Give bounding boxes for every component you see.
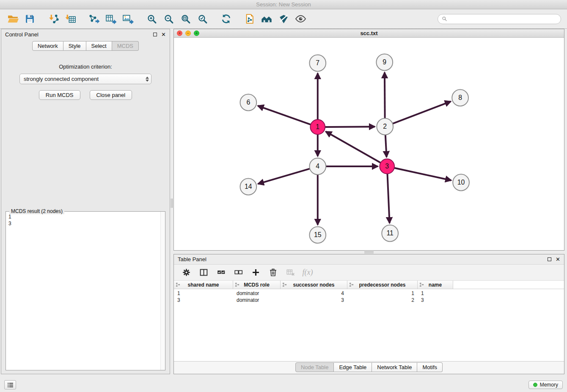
export-network-button[interactable] bbox=[87, 12, 101, 26]
node-15[interactable]: 15 bbox=[309, 227, 326, 243]
node-10[interactable]: 10 bbox=[453, 174, 469, 191]
run-mcds-button[interactable]: Run MCDS bbox=[39, 90, 80, 100]
export-table-icon bbox=[105, 14, 117, 24]
result-scrollbar[interactable] bbox=[160, 212, 165, 370]
column-header-name[interactable]: name bbox=[418, 281, 453, 289]
close-panel-button[interactable]: Close panel bbox=[90, 90, 132, 100]
panel-selector-button[interactable] bbox=[4, 380, 16, 389]
search-input[interactable] bbox=[449, 16, 557, 22]
tab-style[interactable]: Style bbox=[63, 41, 86, 51]
manage-networks-icon bbox=[244, 14, 256, 24]
apply-layout-button[interactable] bbox=[219, 12, 233, 26]
search-icon bbox=[442, 16, 447, 22]
zoom-out-button[interactable] bbox=[162, 12, 175, 26]
tab-network[interactable]: Network bbox=[32, 41, 63, 51]
network-canvas[interactable]: 7968124314101511 bbox=[174, 38, 564, 250]
tab-mcds[interactable]: MCDS bbox=[112, 41, 139, 51]
memory-button[interactable]: Memory bbox=[528, 381, 563, 389]
toolbar-group bbox=[243, 12, 307, 26]
window-minimize-button[interactable]: − bbox=[185, 30, 191, 36]
edge-2-3[interactable] bbox=[385, 135, 387, 157]
node-11[interactable]: 11 bbox=[382, 225, 398, 242]
window-close-button[interactable]: × bbox=[177, 30, 182, 36]
node-2[interactable]: 2 bbox=[377, 119, 393, 135]
control-panel-close-button[interactable]: ✕ bbox=[161, 32, 166, 37]
delete-row-button[interactable] bbox=[267, 267, 278, 278]
table-cell: dominator bbox=[233, 297, 281, 303]
table-tab-edge-table[interactable]: Edge Table bbox=[334, 362, 372, 372]
node-8[interactable]: 8 bbox=[452, 90, 468, 106]
edge-1-2[interactable] bbox=[325, 127, 375, 127]
delete-row-icon bbox=[269, 268, 278, 277]
list-icon bbox=[7, 382, 14, 388]
result-line: 1 bbox=[8, 213, 158, 220]
node-9[interactable]: 9 bbox=[376, 54, 393, 71]
node-label: 7 bbox=[316, 59, 319, 66]
toolbar-group bbox=[6, 12, 36, 26]
add-row-button[interactable] bbox=[250, 267, 261, 278]
column-header-MCDS-role[interactable]: MCDS role bbox=[233, 281, 281, 289]
control-panel-tabs: NetworkStyleSelectMCDS bbox=[1, 41, 170, 51]
edge-3-1[interactable] bbox=[326, 132, 380, 163]
window-titlebar[interactable]: Session: New Session bbox=[0, 0, 567, 9]
table-cell: dominator bbox=[233, 290, 281, 296]
control-panel-float-button[interactable] bbox=[153, 33, 157, 36]
zoom-in-button[interactable] bbox=[145, 12, 158, 26]
edge-2-8[interactable] bbox=[393, 102, 451, 124]
style-check-button[interactable] bbox=[277, 12, 290, 26]
criterion-dropdown[interactable]: strongly connected component bbox=[19, 74, 151, 84]
export-image-icon bbox=[122, 14, 134, 24]
vertical-splitter[interactable] bbox=[170, 29, 173, 378]
node-3[interactable]: 3 bbox=[380, 159, 394, 174]
search-box[interactable] bbox=[438, 14, 561, 24]
node-1[interactable]: 1 bbox=[310, 120, 325, 135]
manage-networks-button[interactable] bbox=[243, 12, 256, 26]
node-14[interactable]: 14 bbox=[240, 179, 256, 195]
show-columns-button[interactable] bbox=[198, 267, 209, 278]
column-header-shared-name[interactable]: shared name bbox=[174, 281, 233, 289]
import-table-button[interactable] bbox=[63, 12, 77, 26]
node-4[interactable]: 4 bbox=[309, 158, 326, 175]
main-area: Control Panel ✕ NetworkStyleSelectMCDS O… bbox=[0, 29, 567, 378]
select-all-rows-button[interactable] bbox=[215, 267, 226, 278]
save-session-button[interactable] bbox=[23, 12, 36, 26]
window-zoom-button[interactable]: + bbox=[194, 30, 199, 36]
function-builder-button[interactable]: f(x) bbox=[302, 267, 313, 278]
network-window-titlebar[interactable]: ×−+ scc.txt bbox=[174, 29, 564, 38]
horizontal-splitter[interactable] bbox=[173, 251, 564, 254]
delete-table-button[interactable] bbox=[285, 267, 296, 278]
node-6[interactable]: 6 bbox=[240, 94, 256, 111]
export-table-button[interactable] bbox=[104, 12, 118, 26]
column-header-predecessor-nodes[interactable]: predecessor nodes bbox=[347, 281, 418, 289]
edge-3-10[interactable] bbox=[394, 168, 451, 180]
column-label: predecessor nodes bbox=[359, 282, 405, 288]
export-image-button[interactable] bbox=[121, 12, 135, 26]
network-home-icon bbox=[261, 14, 272, 24]
table-row[interactable]: 3dominator323 bbox=[174, 297, 564, 304]
table-row[interactable]: 1dominator411 bbox=[174, 290, 564, 297]
table-options-button[interactable] bbox=[181, 267, 192, 278]
table-tab-node-table[interactable]: Node Table bbox=[295, 362, 334, 372]
table-tab-network-table[interactable]: Network Table bbox=[372, 362, 417, 372]
table-panel-close-button[interactable]: ✕ bbox=[556, 257, 560, 262]
edge-2-9[interactable] bbox=[385, 72, 385, 118]
network-home-button[interactable] bbox=[260, 12, 273, 26]
criterion-dropdown-value: strongly connected component bbox=[24, 76, 99, 82]
table-panel-float-button[interactable] bbox=[548, 257, 551, 261]
column-header-successor-nodes[interactable]: successor nodes bbox=[281, 281, 347, 289]
edge-3-11[interactable] bbox=[388, 174, 390, 223]
deselect-all-rows-button[interactable] bbox=[233, 267, 244, 278]
column-label: MCDS role bbox=[244, 282, 270, 288]
show-graphics-details-button[interactable] bbox=[294, 12, 307, 26]
import-network-button[interactable] bbox=[47, 12, 60, 26]
edge-1-6[interactable] bbox=[258, 106, 311, 124]
zoom-selected-button[interactable] bbox=[195, 12, 209, 26]
open-file-button[interactable] bbox=[6, 12, 19, 26]
node-7[interactable]: 7 bbox=[309, 55, 326, 72]
edge-4-14[interactable] bbox=[258, 169, 310, 184]
table-tab-motifs[interactable]: Motifs bbox=[417, 362, 443, 372]
mcds-result-box: MCDS result (2 nodes) 13 bbox=[6, 211, 165, 370]
tab-select[interactable]: Select bbox=[86, 41, 112, 51]
table-cell: 4 bbox=[281, 290, 347, 296]
zoom-fit-button[interactable] bbox=[179, 12, 192, 26]
